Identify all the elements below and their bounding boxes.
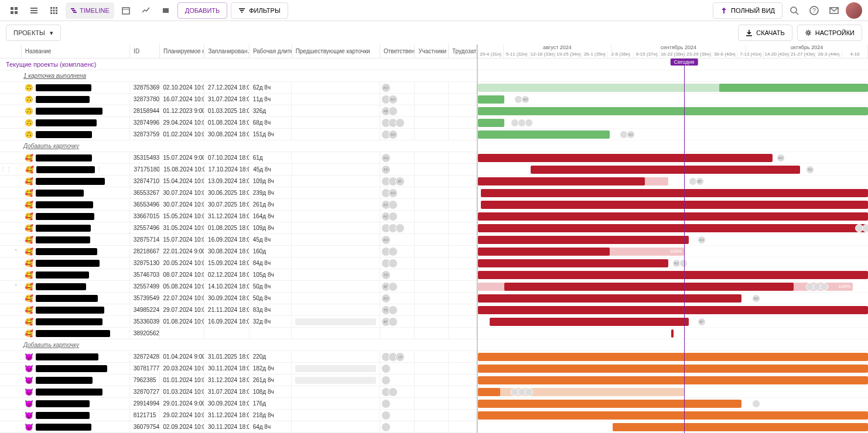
- assignee-chip[interactable]: [388, 387, 398, 397]
- table-row[interactable]: 🙃3287536902.10.2024 10:0027.12.2024 18:0…: [0, 82, 477, 94]
- user-avatar[interactable]: [846, 2, 862, 19]
- drag-handle-icon[interactable]: ⋮⋮: [0, 166, 12, 173]
- assignee-chip[interactable]: [820, 283, 828, 291]
- col-effort[interactable]: Трудозатр…: [449, 44, 477, 58]
- table-row[interactable]: 😈3287242801.04.2024 9:0031.01.2025 18:00…: [0, 351, 477, 363]
- gantt-bar[interactable]: [478, 388, 500, 396]
- table-row[interactable]: 🙃3287499629.04.2024 10:0001.08.2024 18:0…: [0, 117, 477, 129]
- assignee-chip[interactable]: АО: [698, 236, 706, 244]
- gantt-bar[interactable]: [481, 201, 868, 209]
- assignee-chip[interactable]: [381, 411, 391, 420]
- assignee-chip[interactable]: [381, 376, 391, 385]
- assignee-chip[interactable]: [525, 388, 533, 396]
- assignee-chip[interactable]: [395, 224, 405, 233]
- table-row[interactable]: 🥰3533603901.08.2024 10:0016.09.2024 18:0…: [0, 316, 477, 328]
- download-button[interactable]: СКАЧАТЬ: [738, 25, 792, 41]
- gantt-bar[interactable]: [478, 95, 504, 104]
- col-id[interactable]: ID: [130, 44, 160, 58]
- table-row[interactable]: 😈3607975402.09.2024 10:0030.11.2024 18:0…: [0, 421, 477, 433]
- assignee-chip[interactable]: [388, 247, 398, 256]
- assignee-chip[interactable]: [381, 364, 391, 373]
- assignee-chip[interactable]: [388, 212, 398, 221]
- assignee-chip[interactable]: [752, 400, 760, 408]
- gantt-bar[interactable]: [504, 283, 794, 291]
- table-row[interactable]: 😈2991499429.01.2024 9:0030.09.2024 18:00…: [0, 398, 477, 410]
- table-row[interactable]: 🥰3366701515.05.2024 10:0031.12.2024 18:0…: [0, 211, 477, 222]
- table-row[interactable]: 🥰3531549315.07.2024 9:0007.10.2024 18:00…: [0, 152, 477, 164]
- gantt-bar[interactable]: [478, 119, 504, 127]
- expand-icon[interactable]: ˅: [15, 284, 18, 290]
- add-button[interactable]: ДОБАВИТЬ: [177, 2, 228, 19]
- table-row[interactable]: ˅🥰3255749905.08.2024 10:0014.10.2024 18:…: [0, 281, 477, 293]
- gantt-bar[interactable]: [478, 306, 868, 314]
- gantt-bar[interactable]: [478, 365, 868, 373]
- table-row[interactable]: 😈3078177720.03.2024 10:0030.11.2024 18:0…: [0, 363, 477, 374]
- table-row[interactable]: 🥰3574670308.07.2024 10:0002.12.2024 18:0…: [0, 269, 477, 281]
- table-row[interactable]: 🙃3287375901.02.2024 10:0030.08.2024 18:0…: [0, 129, 477, 140]
- list-view-icon[interactable]: [26, 2, 42, 19]
- projects-dropdown[interactable]: ПРОЕКТЫ▾: [6, 25, 61, 41]
- assignee-chip[interactable]: [381, 399, 391, 408]
- assignee-chip[interactable]: АО: [388, 188, 398, 198]
- assignee-chip[interactable]: АО: [752, 294, 760, 303]
- gantt-bar[interactable]: [478, 376, 868, 384]
- gantt-bar[interactable]: [478, 130, 610, 139]
- filters-button[interactable]: ФИЛЬТРЫ: [231, 2, 288, 19]
- assignee-chip[interactable]: ВГ: [395, 177, 405, 186]
- assignee-chip[interactable]: АО: [381, 83, 391, 92]
- gantt-bar[interactable]: [478, 248, 610, 256]
- archive-view-icon[interactable]: [158, 2, 174, 19]
- assignee-chip[interactable]: [388, 317, 398, 327]
- assignee-chip[interactable]: АО: [381, 153, 391, 163]
- gantt-bar[interactable]: [478, 353, 868, 361]
- table-row[interactable]: 🥰3287471015.04.2024 10:0013.09.2024 18:0…: [0, 176, 477, 187]
- add-card-link[interactable]: Добавить карточку: [0, 140, 477, 152]
- col-duration[interactable]: Рабочая длите…: [250, 44, 292, 58]
- gantt-bar[interactable]: [531, 166, 800, 174]
- assignee-chip[interactable]: [381, 422, 391, 432]
- table-row[interactable]: 🥰3655326730.07.2024 10:0030.06.2025 18:0…: [0, 187, 477, 199]
- col-participants[interactable]: Участники: [415, 44, 449, 58]
- assignee-chip[interactable]: АО: [381, 235, 391, 245]
- add-card-link[interactable]: Добавить карточку: [0, 339, 477, 351]
- done-counter[interactable]: 1 карточка выполнена: [0, 70, 477, 82]
- assignee-chip[interactable]: [388, 200, 398, 209]
- assignee-chip[interactable]: ВГ: [698, 318, 706, 326]
- table-row[interactable]: 🥰3255749631.05.2024 10:0001.08.2025 18:0…: [0, 222, 477, 234]
- gantt-bar[interactable]: [478, 388, 684, 396]
- table-row[interactable]: 😈796238501.01.2024 10:0031.12.2024 18:00…: [0, 374, 477, 386]
- col-name[interactable]: Название: [22, 44, 130, 58]
- mail-icon[interactable]: [826, 2, 842, 19]
- assignee-chip[interactable]: TD: [806, 166, 814, 174]
- gantt-bar[interactable]: [478, 294, 741, 303]
- assignee-chip[interactable]: +2: [395, 352, 405, 362]
- assignee-chip[interactable]: АО: [381, 294, 391, 303]
- group-header[interactable]: Текущие проекты (комплаенс): [0, 59, 477, 70]
- assignee-chip[interactable]: [388, 106, 398, 116]
- gantt-bar[interactable]: [613, 423, 868, 431]
- assignee-chip[interactable]: [525, 119, 533, 127]
- assignee-chip[interactable]: [679, 259, 688, 267]
- assignee-chip[interactable]: [395, 118, 405, 128]
- table-row[interactable]: ˅🥰2821866722.01.2024 9:0030.08.2024 18:0…: [0, 246, 477, 257]
- assignee-chip[interactable]: TD: [381, 270, 391, 280]
- gantt-bar[interactable]: [478, 212, 868, 221]
- gantt-bar[interactable]: [478, 411, 868, 420]
- gantt-bar[interactable]: [478, 236, 689, 244]
- gantt-bar[interactable]: [478, 177, 645, 185]
- expand-icon[interactable]: ˅: [15, 249, 18, 255]
- chart-view-icon[interactable]: [138, 2, 154, 19]
- gantt-bar[interactable]: [478, 259, 668, 267]
- assignee-chip[interactable]: АО: [627, 130, 635, 139]
- assignee-chip[interactable]: АО: [521, 95, 529, 104]
- gantt-bar[interactable]: [478, 224, 868, 232]
- table-row[interactable]: ⋮⋮🥰⋮3717518015.08.2024 10:0017.10.2024 1…: [0, 164, 477, 176]
- grid-view-icon[interactable]: [46, 2, 62, 19]
- table-row[interactable]: 🙃3287378016.07.2024 10:0031.07.2024 18:0…: [0, 94, 477, 105]
- col-predecessors[interactable]: Предшествующие карточки: [292, 44, 380, 58]
- col-responsible[interactable]: Ответствен…: [380, 44, 415, 58]
- gantt-bar[interactable]: [719, 84, 868, 92]
- assignee-chip[interactable]: АО: [777, 154, 785, 162]
- gantt-bar[interactable]: [478, 107, 868, 115]
- assignee-chip[interactable]: ВГ: [696, 177, 704, 185]
